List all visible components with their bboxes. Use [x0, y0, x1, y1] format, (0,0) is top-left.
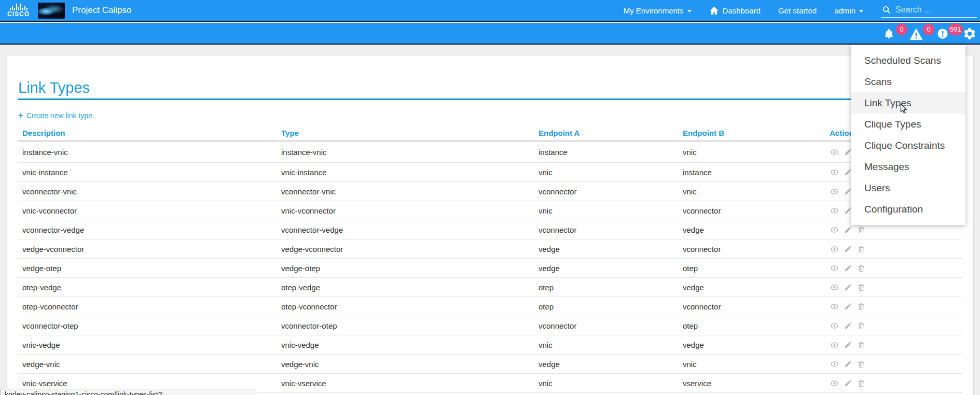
create-new-link-type-label: Create new link type	[26, 111, 92, 120]
error-circle-icon[interactable]	[937, 28, 948, 41]
delete-icon[interactable]	[857, 225, 865, 234]
notification-bar: 0 0 591	[0, 23, 980, 45]
bell-icon[interactable]	[884, 27, 894, 42]
delete-icon[interactable]	[857, 283, 865, 292]
row-actions	[830, 283, 962, 292]
errors-badge[interactable]: 591	[948, 24, 963, 35]
view-icon[interactable]	[830, 264, 839, 272]
my-environments-menu[interactable]: My Environments	[624, 6, 692, 15]
view-icon[interactable]	[830, 379, 839, 387]
cell-type: instance-vnic	[281, 148, 539, 157]
header-endpoint-a[interactable]: Endpoint A	[539, 129, 683, 137]
view-icon[interactable]	[830, 168, 839, 176]
delete-icon[interactable]	[857, 321, 865, 330]
menu-item-clique-constraints[interactable]: Clique Constraints	[851, 135, 965, 156]
view-icon[interactable]	[830, 188, 839, 195]
delete-icon[interactable]	[857, 379, 865, 388]
view-icon[interactable]	[830, 245, 839, 253]
table-row: vedge-otep vedge-otep vedge otep	[18, 259, 962, 278]
cell-endpoint-b: vnic	[683, 148, 830, 157]
table-row: vnic-vconnector vnic-vconnector vnic vco…	[18, 201, 962, 220]
cell-endpoint-a: vedge	[539, 245, 683, 253]
cell-description: instance-vnic	[22, 148, 281, 157]
warnings-badge[interactable]: 0	[923, 24, 934, 35]
delete-icon[interactable]	[857, 341, 865, 349]
edit-icon[interactable]	[844, 379, 852, 387]
get-started-link[interactable]: Get started	[778, 6, 817, 15]
cell-description: otep-vedge	[22, 283, 281, 292]
chevron-down-icon	[859, 10, 863, 12]
view-icon[interactable]	[830, 341, 839, 349]
header-type[interactable]: Type	[281, 129, 539, 137]
menu-item-messages[interactable]: Messages	[851, 156, 965, 177]
status-url-tooltip: korlev-calipso-staging1-cisco-com/link-t…	[0, 389, 256, 395]
table-row: vconnector-otep vconnector-otep vconnect…	[18, 316, 962, 335]
notifications-badge[interactable]: 0	[896, 24, 907, 35]
menu-item-configuration[interactable]: Configuration	[851, 199, 965, 220]
menu-item-scheduled-scans[interactable]: Scheduled Scans	[851, 50, 965, 71]
warning-triangle-icon[interactable]	[909, 28, 923, 43]
view-icon[interactable]	[830, 360, 839, 368]
cell-endpoint-a: otep	[539, 302, 683, 311]
project-thumbnail-image	[38, 3, 65, 19]
cell-description: vnic-vedge	[22, 341, 281, 349]
cell-description: vedge-vnic	[22, 360, 281, 369]
cell-type: vedge-otep	[281, 264, 539, 273]
top-navbar: CISCO Project Calipso My Environments Da…	[0, 0, 980, 22]
admin-label: admin	[834, 6, 855, 15]
edit-icon[interactable]	[844, 264, 852, 272]
cell-description: vedge-vconnector	[22, 245, 281, 253]
edit-icon[interactable]	[844, 245, 852, 253]
dashboard-link[interactable]: Dashboard	[709, 6, 761, 16]
cell-description: vnic-vconnector	[22, 206, 281, 215]
cell-type: vconnector-vedge	[281, 225, 539, 234]
search-input[interactable]	[895, 5, 968, 15]
content-card: Link Types + Create new link type Descri…	[7, 55, 974, 395]
settings-dropdown-menu: Scheduled Scans Scans Link Types Clique …	[851, 45, 965, 225]
menu-item-users[interactable]: Users	[851, 177, 965, 199]
edit-icon[interactable]	[844, 225, 852, 234]
menu-item-scans[interactable]: Scans	[851, 71, 965, 92]
search-icon	[882, 5, 891, 15]
header-endpoint-b[interactable]: Endpoint B	[683, 129, 830, 137]
delete-icon[interactable]	[857, 245, 865, 253]
row-actions	[830, 379, 962, 388]
view-icon[interactable]	[830, 303, 839, 311]
cell-endpoint-a: vedge	[539, 264, 683, 273]
view-icon[interactable]	[830, 207, 839, 215]
edit-icon[interactable]	[844, 360, 852, 368]
menu-item-link-types[interactable]: Link Types	[851, 92, 965, 114]
menu-item-clique-types[interactable]: Clique Types	[851, 114, 965, 135]
cell-endpoint-b: vnic	[683, 360, 830, 369]
view-icon[interactable]	[830, 226, 839, 234]
cell-description: otep-vconnector	[22, 302, 281, 311]
table-row: otep-vconnector otep-vconnector otep vco…	[18, 297, 962, 316]
cell-type: vnic-vconnector	[281, 206, 539, 215]
header-description[interactable]: Description	[22, 129, 281, 137]
row-actions	[830, 341, 962, 349]
admin-menu[interactable]: admin	[834, 6, 863, 15]
gear-icon[interactable]	[963, 27, 976, 43]
cell-type: vnic-vservice	[281, 379, 539, 388]
view-icon[interactable]	[830, 284, 839, 291]
edit-icon[interactable]	[844, 283, 852, 291]
cell-description: vnic-vservice	[22, 379, 281, 388]
delete-icon[interactable]	[857, 302, 865, 311]
page-title: Link Types	[18, 79, 962, 96]
edit-icon[interactable]	[844, 321, 852, 330]
cisco-bars-icon	[10, 4, 27, 10]
cell-type: vconnector-otep	[281, 321, 539, 330]
view-icon[interactable]	[830, 148, 839, 156]
create-new-link-type-button[interactable]: + Create new link type	[18, 111, 92, 120]
table-row: vedge-vconnector vedge-vconnector vedge …	[18, 239, 962, 259]
cell-endpoint-b: otep	[683, 264, 830, 273]
cell-endpoint-a: vconnector	[539, 225, 683, 234]
delete-icon[interactable]	[857, 264, 865, 273]
edit-icon[interactable]	[844, 341, 852, 349]
cell-endpoint-a: vnic	[539, 341, 683, 349]
edit-icon[interactable]	[844, 302, 852, 311]
view-icon[interactable]	[830, 322, 839, 330]
delete-icon[interactable]	[857, 360, 865, 369]
cell-endpoint-b: vconnector	[683, 245, 830, 253]
search-box	[881, 3, 977, 18]
